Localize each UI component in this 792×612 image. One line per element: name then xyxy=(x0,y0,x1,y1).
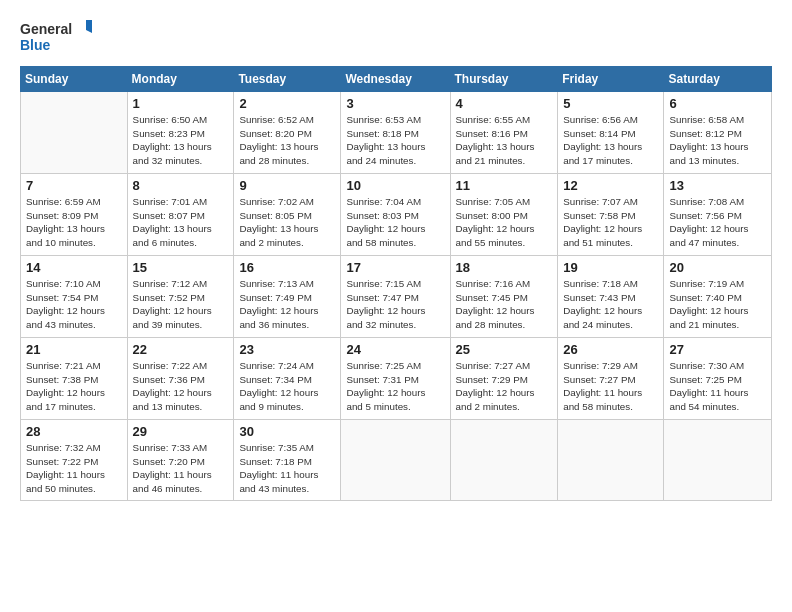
calendar-cell: 17Sunrise: 7:15 AMSunset: 7:47 PMDayligh… xyxy=(341,256,450,338)
day-number: 10 xyxy=(346,178,444,193)
day-info: Sunrise: 7:08 AMSunset: 7:56 PMDaylight:… xyxy=(669,195,766,250)
weekday-monday: Monday xyxy=(127,67,234,92)
calendar-cell: 21Sunrise: 7:21 AMSunset: 7:38 PMDayligh… xyxy=(21,338,128,420)
calendar-cell: 5Sunrise: 6:56 AMSunset: 8:14 PMDaylight… xyxy=(558,92,664,174)
day-info: Sunrise: 7:21 AMSunset: 7:38 PMDaylight:… xyxy=(26,359,122,414)
svg-text:Blue: Blue xyxy=(20,37,51,53)
day-info: Sunrise: 7:10 AMSunset: 7:54 PMDaylight:… xyxy=(26,277,122,332)
day-number: 29 xyxy=(133,424,229,439)
logo-svg: General Blue xyxy=(20,18,92,58)
calendar-cell xyxy=(21,92,128,174)
calendar-cell: 13Sunrise: 7:08 AMSunset: 7:56 PMDayligh… xyxy=(664,174,772,256)
day-info: Sunrise: 6:50 AMSunset: 8:23 PMDaylight:… xyxy=(133,113,229,168)
calendar-cell: 30Sunrise: 7:35 AMSunset: 7:18 PMDayligh… xyxy=(234,420,341,501)
day-info: Sunrise: 6:59 AMSunset: 8:09 PMDaylight:… xyxy=(26,195,122,250)
calendar-cell: 15Sunrise: 7:12 AMSunset: 7:52 PMDayligh… xyxy=(127,256,234,338)
day-info: Sunrise: 6:55 AMSunset: 8:16 PMDaylight:… xyxy=(456,113,553,168)
day-info: Sunrise: 7:29 AMSunset: 7:27 PMDaylight:… xyxy=(563,359,658,414)
day-info: Sunrise: 7:27 AMSunset: 7:29 PMDaylight:… xyxy=(456,359,553,414)
day-number: 12 xyxy=(563,178,658,193)
day-info: Sunrise: 7:25 AMSunset: 7:31 PMDaylight:… xyxy=(346,359,444,414)
calendar-cell: 2Sunrise: 6:52 AMSunset: 8:20 PMDaylight… xyxy=(234,92,341,174)
calendar-cell: 16Sunrise: 7:13 AMSunset: 7:49 PMDayligh… xyxy=(234,256,341,338)
calendar-cell: 24Sunrise: 7:25 AMSunset: 7:31 PMDayligh… xyxy=(341,338,450,420)
weekday-thursday: Thursday xyxy=(450,67,558,92)
calendar-cell: 19Sunrise: 7:18 AMSunset: 7:43 PMDayligh… xyxy=(558,256,664,338)
day-number: 20 xyxy=(669,260,766,275)
day-info: Sunrise: 6:53 AMSunset: 8:18 PMDaylight:… xyxy=(346,113,444,168)
weekday-wednesday: Wednesday xyxy=(341,67,450,92)
day-info: Sunrise: 7:01 AMSunset: 8:07 PMDaylight:… xyxy=(133,195,229,250)
day-info: Sunrise: 7:02 AMSunset: 8:05 PMDaylight:… xyxy=(239,195,335,250)
calendar-cell: 10Sunrise: 7:04 AMSunset: 8:03 PMDayligh… xyxy=(341,174,450,256)
day-info: Sunrise: 7:30 AMSunset: 7:25 PMDaylight:… xyxy=(669,359,766,414)
calendar-cell: 23Sunrise: 7:24 AMSunset: 7:34 PMDayligh… xyxy=(234,338,341,420)
day-number: 15 xyxy=(133,260,229,275)
day-info: Sunrise: 6:52 AMSunset: 8:20 PMDaylight:… xyxy=(239,113,335,168)
page-header: General Blue xyxy=(20,18,772,58)
day-number: 4 xyxy=(456,96,553,111)
day-info: Sunrise: 7:35 AMSunset: 7:18 PMDaylight:… xyxy=(239,441,335,496)
calendar-cell xyxy=(558,420,664,501)
day-number: 21 xyxy=(26,342,122,357)
day-number: 26 xyxy=(563,342,658,357)
day-number: 27 xyxy=(669,342,766,357)
day-info: Sunrise: 7:19 AMSunset: 7:40 PMDaylight:… xyxy=(669,277,766,332)
day-number: 8 xyxy=(133,178,229,193)
calendar-cell: 25Sunrise: 7:27 AMSunset: 7:29 PMDayligh… xyxy=(450,338,558,420)
weekday-saturday: Saturday xyxy=(664,67,772,92)
calendar-cell: 12Sunrise: 7:07 AMSunset: 7:58 PMDayligh… xyxy=(558,174,664,256)
day-number: 22 xyxy=(133,342,229,357)
day-number: 3 xyxy=(346,96,444,111)
day-info: Sunrise: 7:16 AMSunset: 7:45 PMDaylight:… xyxy=(456,277,553,332)
week-row-2: 7Sunrise: 6:59 AMSunset: 8:09 PMDaylight… xyxy=(21,174,772,256)
calendar-cell: 8Sunrise: 7:01 AMSunset: 8:07 PMDaylight… xyxy=(127,174,234,256)
day-number: 18 xyxy=(456,260,553,275)
day-number: 11 xyxy=(456,178,553,193)
calendar-cell: 9Sunrise: 7:02 AMSunset: 8:05 PMDaylight… xyxy=(234,174,341,256)
weekday-friday: Friday xyxy=(558,67,664,92)
day-number: 5 xyxy=(563,96,658,111)
calendar-cell: 7Sunrise: 6:59 AMSunset: 8:09 PMDaylight… xyxy=(21,174,128,256)
day-number: 1 xyxy=(133,96,229,111)
week-row-5: 28Sunrise: 7:32 AMSunset: 7:22 PMDayligh… xyxy=(21,420,772,501)
calendar-cell: 14Sunrise: 7:10 AMSunset: 7:54 PMDayligh… xyxy=(21,256,128,338)
calendar-cell: 6Sunrise: 6:58 AMSunset: 8:12 PMDaylight… xyxy=(664,92,772,174)
svg-text:General: General xyxy=(20,21,72,37)
day-number: 9 xyxy=(239,178,335,193)
day-info: Sunrise: 7:32 AMSunset: 7:22 PMDaylight:… xyxy=(26,441,122,496)
calendar-cell: 28Sunrise: 7:32 AMSunset: 7:22 PMDayligh… xyxy=(21,420,128,501)
calendar-cell: 3Sunrise: 6:53 AMSunset: 8:18 PMDaylight… xyxy=(341,92,450,174)
day-info: Sunrise: 7:33 AMSunset: 7:20 PMDaylight:… xyxy=(133,441,229,496)
day-info: Sunrise: 7:07 AMSunset: 7:58 PMDaylight:… xyxy=(563,195,658,250)
day-info: Sunrise: 6:56 AMSunset: 8:14 PMDaylight:… xyxy=(563,113,658,168)
day-number: 19 xyxy=(563,260,658,275)
day-info: Sunrise: 7:24 AMSunset: 7:34 PMDaylight:… xyxy=(239,359,335,414)
calendar-cell: 11Sunrise: 7:05 AMSunset: 8:00 PMDayligh… xyxy=(450,174,558,256)
day-number: 6 xyxy=(669,96,766,111)
day-info: Sunrise: 7:12 AMSunset: 7:52 PMDaylight:… xyxy=(133,277,229,332)
day-number: 7 xyxy=(26,178,122,193)
weekday-header-row: SundayMondayTuesdayWednesdayThursdayFrid… xyxy=(21,67,772,92)
calendar-cell xyxy=(450,420,558,501)
svg-marker-2 xyxy=(86,20,92,34)
day-number: 24 xyxy=(346,342,444,357)
calendar-cell xyxy=(664,420,772,501)
day-info: Sunrise: 6:58 AMSunset: 8:12 PMDaylight:… xyxy=(669,113,766,168)
day-number: 14 xyxy=(26,260,122,275)
calendar-table: SundayMondayTuesdayWednesdayThursdayFrid… xyxy=(20,66,772,501)
day-info: Sunrise: 7:22 AMSunset: 7:36 PMDaylight:… xyxy=(133,359,229,414)
calendar-cell: 26Sunrise: 7:29 AMSunset: 7:27 PMDayligh… xyxy=(558,338,664,420)
day-info: Sunrise: 7:15 AMSunset: 7:47 PMDaylight:… xyxy=(346,277,444,332)
day-number: 2 xyxy=(239,96,335,111)
calendar-cell: 20Sunrise: 7:19 AMSunset: 7:40 PMDayligh… xyxy=(664,256,772,338)
day-info: Sunrise: 7:05 AMSunset: 8:00 PMDaylight:… xyxy=(456,195,553,250)
day-info: Sunrise: 7:04 AMSunset: 8:03 PMDaylight:… xyxy=(346,195,444,250)
weekday-tuesday: Tuesday xyxy=(234,67,341,92)
day-info: Sunrise: 7:13 AMSunset: 7:49 PMDaylight:… xyxy=(239,277,335,332)
day-number: 25 xyxy=(456,342,553,357)
calendar-cell: 22Sunrise: 7:22 AMSunset: 7:36 PMDayligh… xyxy=(127,338,234,420)
day-number: 16 xyxy=(239,260,335,275)
day-number: 30 xyxy=(239,424,335,439)
weekday-sunday: Sunday xyxy=(21,67,128,92)
